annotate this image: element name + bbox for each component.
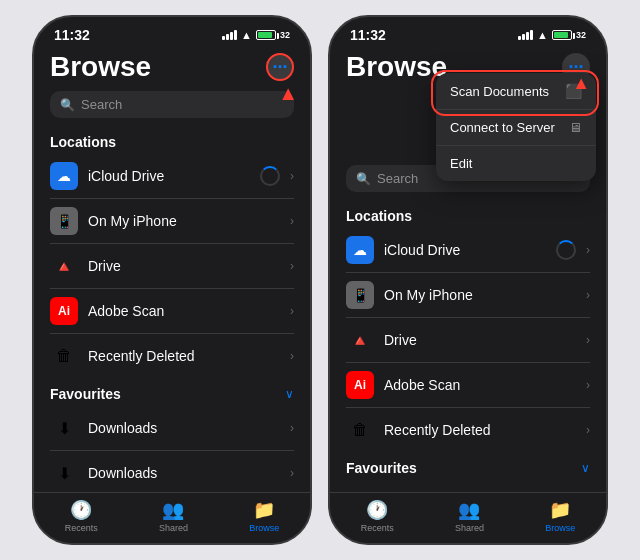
drive-chevron-2: ›	[586, 333, 590, 347]
connect-icon: 🖥	[569, 120, 582, 135]
iphone-icon-1: 📱	[50, 207, 78, 235]
edit-label: Edit	[450, 156, 472, 171]
iphone-label-1: On My iPhone	[88, 213, 280, 229]
dropdown-edit[interactable]: Edit	[436, 146, 596, 181]
drive-label-1: Drive	[88, 258, 280, 274]
browse-label-1: Browse	[249, 523, 279, 533]
battery-icon-2	[552, 30, 572, 40]
favourites-chevron-2[interactable]: ∨	[581, 461, 590, 475]
list-item-downloads2-1[interactable]: ⬇ Downloads ›	[34, 451, 310, 492]
downloads-label1-1: Downloads	[88, 420, 280, 436]
favourites-title-1: Favourites	[50, 386, 121, 402]
list-item-adobe-1[interactable]: Ai Adobe Scan ›	[34, 289, 310, 333]
trash-chevron-1: ›	[290, 349, 294, 363]
drive-icon-1: 🔺	[50, 252, 78, 280]
tab-shared-2[interactable]: 👥 Shared	[455, 499, 484, 533]
browse-icon-1: 📁	[253, 499, 275, 521]
ellipsis-button-1[interactable]: ···	[266, 53, 294, 81]
signal-icon-2	[518, 30, 533, 40]
trash-chevron-2: ›	[586, 423, 590, 437]
scan-icon: ⬛	[565, 83, 582, 99]
phone-2: 11:32 ▲ 32 Browse ··· Scan Documents ⬛	[328, 15, 608, 545]
iphone-label-2: On My iPhone	[384, 287, 576, 303]
battery-label-2: 32	[576, 30, 586, 40]
tab-shared-1[interactable]: 👥 Shared	[159, 499, 188, 533]
shared-icon-2: 👥	[458, 499, 480, 521]
favourites-chevron-1[interactable]: ∨	[285, 387, 294, 401]
locations-header-1: Locations	[34, 126, 310, 154]
search-placeholder-2: Search	[377, 171, 418, 186]
search-placeholder-1: Search	[81, 97, 122, 112]
adobe-icon-1: Ai	[50, 297, 78, 325]
browse-title-1: Browse	[50, 51, 151, 83]
icloud-spinner-1	[260, 166, 280, 186]
browse-label-2: Browse	[545, 523, 575, 533]
iphone-chevron-2: ›	[586, 288, 590, 302]
search-bar-1[interactable]: 🔍 Search	[50, 91, 294, 118]
trash-label-1: Recently Deleted	[88, 348, 280, 364]
adobe-label-1: Adobe Scan	[88, 303, 280, 319]
dropdown-menu: Scan Documents ⬛ Connect to Server 🖥 Edi…	[436, 73, 596, 181]
downloads-icon1-1: ⬇	[50, 414, 78, 442]
list-item-adobe-2[interactable]: Ai Adobe Scan ›	[330, 363, 606, 407]
browse-header-1: Browse ··· ▲	[34, 47, 310, 91]
downloads-label2-1: Downloads	[88, 465, 280, 481]
search-icon-1: 🔍	[60, 98, 75, 112]
list-item-downloads1-2[interactable]: ⬇ Downloads ›	[330, 480, 606, 492]
list-item-drive-1[interactable]: 🔺 Drive ›	[34, 244, 310, 288]
list-item-iphone-1[interactable]: 📱 On My iPhone ›	[34, 199, 310, 243]
list-item-icloud-2[interactable]: ☁ iCloud Drive ›	[330, 228, 606, 272]
list-item-trash-2[interactable]: 🗑 Recently Deleted ›	[330, 408, 606, 452]
list-item-trash-1[interactable]: 🗑 Recently Deleted ›	[34, 334, 310, 378]
recents-label-2: Recents	[361, 523, 394, 533]
status-time-1: 11:32	[54, 27, 90, 43]
dropdown-scan[interactable]: Scan Documents ⬛	[436, 73, 596, 110]
list-item-iphone-2[interactable]: 📱 On My iPhone ›	[330, 273, 606, 317]
trash-icon-2: 🗑	[346, 416, 374, 444]
tab-browse-1[interactable]: 📁 Browse	[249, 499, 279, 533]
downloads-icon2-1: ⬇	[50, 459, 78, 487]
tab-recents-2[interactable]: 🕐 Recents	[361, 499, 394, 533]
adobe-label-2: Adobe Scan	[384, 377, 576, 393]
locations-header-2: Locations	[330, 200, 606, 228]
list-item-drive-2[interactable]: 🔺 Drive ›	[330, 318, 606, 362]
browse-icon-2: 📁	[549, 499, 571, 521]
favourites-header-row-2: Favourites ∨	[330, 452, 606, 480]
recents-icon-2: 🕐	[366, 499, 388, 521]
dropdown-connect[interactable]: Connect to Server 🖥	[436, 110, 596, 146]
list-item-icloud-1[interactable]: ☁ iCloud Drive ›	[34, 154, 310, 198]
tab-browse-2[interactable]: 📁 Browse	[545, 499, 575, 533]
favourites-title-2: Favourites	[346, 460, 417, 476]
recents-icon-1: 🕐	[70, 499, 92, 521]
battery-label-1: 32	[280, 30, 290, 40]
tab-bar-1: 🕐 Recents 👥 Shared 📁 Browse	[34, 492, 310, 543]
scan-label: Scan Documents	[450, 84, 549, 99]
status-bar-1: 11:32 ▲ 32	[34, 17, 310, 47]
status-icons-1: ▲ 32	[222, 29, 290, 41]
adobe-chevron-2: ›	[586, 378, 590, 392]
list-item-downloads1-1[interactable]: ⬇ Downloads ›	[34, 406, 310, 450]
wifi-icon-2: ▲	[537, 29, 548, 41]
signal-icon-1	[222, 30, 237, 40]
search-icon-2: 🔍	[356, 172, 371, 186]
trash-icon-1: 🗑	[50, 342, 78, 370]
status-bar-2: 11:32 ▲ 32	[330, 17, 606, 47]
favourites-header-row-1: Favourites ∨	[34, 378, 310, 406]
drive-icon-2: 🔺	[346, 326, 374, 354]
shared-label-2: Shared	[455, 523, 484, 533]
wifi-icon-1: ▲	[241, 29, 252, 41]
drive-chevron-1: ›	[290, 259, 294, 273]
adobe-icon-2: Ai	[346, 371, 374, 399]
icloud-icon-1: ☁	[50, 162, 78, 190]
icloud-chevron-1: ›	[290, 169, 294, 183]
icloud-chevron-2: ›	[586, 243, 590, 257]
drive-label-2: Drive	[384, 332, 576, 348]
downloads-chevron1-1: ›	[290, 421, 294, 435]
iphone-icon-2: 📱	[346, 281, 374, 309]
icloud-label-1: iCloud Drive	[88, 168, 250, 184]
icloud-spinner-2	[556, 240, 576, 260]
icloud-icon-2: ☁	[346, 236, 374, 264]
tab-bar-2: 🕐 Recents 👥 Shared 📁 Browse	[330, 492, 606, 543]
icloud-label-2: iCloud Drive	[384, 242, 546, 258]
tab-recents-1[interactable]: 🕐 Recents	[65, 499, 98, 533]
